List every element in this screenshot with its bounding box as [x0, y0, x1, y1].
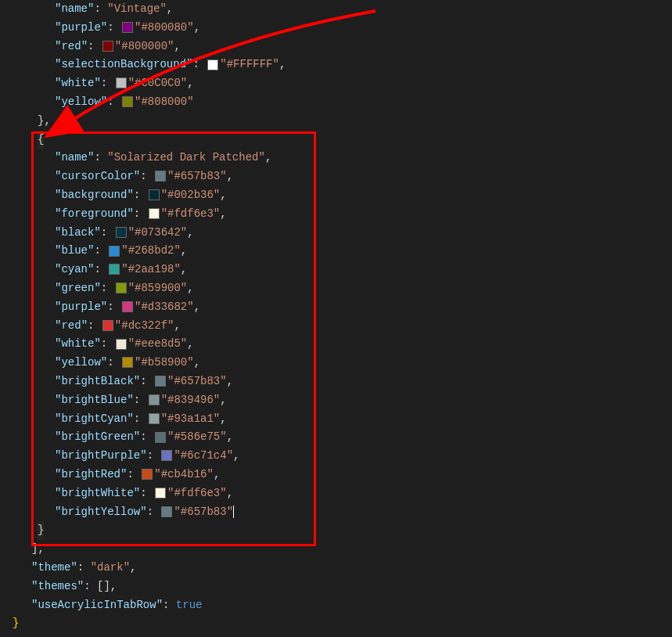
json-key: red — [61, 319, 81, 332]
json-key: brightPurple — [61, 449, 140, 462]
color-swatch-icon — [122, 22, 133, 33]
json-key: useAcrylicInTabRow — [38, 599, 156, 611]
json-value: #6c71c4 — [181, 449, 227, 462]
json-key: brightWhite — [61, 487, 133, 499]
color-swatch-icon — [155, 376, 166, 387]
color-swatch-icon — [155, 488, 166, 498]
json-key: black — [61, 226, 94, 239]
json-value: #fdf6e3 — [174, 487, 220, 499]
json-key: yellow — [61, 95, 100, 108]
json-value: #073642 — [135, 226, 181, 239]
code-line[interactable]: "purple": "#d33682", — [0, 298, 672, 317]
color-swatch-icon — [116, 227, 127, 238]
json-value: #657b83 — [174, 170, 220, 182]
json-value: #268bd2 — [128, 244, 174, 257]
json-value: #b58900 — [141, 356, 187, 369]
code-line[interactable]: "white": "#C0C0C0", — [0, 74, 672, 93]
json-key: white — [61, 77, 94, 89]
json-value: #808000 — [141, 95, 187, 108]
json-value: #657b83 — [181, 506, 227, 518]
code-line[interactable]: { — [0, 131, 672, 149]
json-key: purple — [61, 21, 100, 34]
json-value: true — [176, 599, 203, 611]
code-line[interactable]: "yellow": "#b58900", — [0, 354, 672, 372]
code-line[interactable]: "green": "#859900", — [0, 279, 672, 298]
json-key: theme — [38, 561, 70, 574]
color-swatch-icon — [109, 246, 120, 257]
json-value: #fdf6e3 — [167, 207, 214, 220]
code-line[interactable]: "brightPurple": "#6c71c4", — [0, 447, 672, 466]
json-value: #800080 — [141, 21, 187, 34]
color-swatch-icon — [122, 301, 133, 312]
code-line[interactable]: "brightYellow": "#657b83" — [0, 503, 672, 522]
code-line[interactable]: "red": "#800000", — [0, 38, 672, 56]
color-swatch-icon — [122, 357, 133, 368]
json-key: cyan — [61, 263, 88, 275]
json-key: brightRed — [61, 468, 120, 480]
code-editor[interactable]: "name": "Vintage", "purple": "#800080", … — [0, 0, 672, 633]
json-value: Vintage — [114, 2, 160, 15]
code-line[interactable]: "useAcrylicInTabRow": true — [0, 596, 672, 615]
json-value: #2aa198 — [128, 263, 174, 275]
code-line[interactable]: "selectionBackground": "#FFFFFF", — [0, 56, 672, 74]
json-key: selectionBackground — [61, 58, 186, 70]
json-value: #800000 — [121, 40, 167, 52]
code-line[interactable]: }, — [0, 112, 672, 131]
code-line[interactable]: "red": "#dc322f", — [0, 317, 672, 336]
code-line[interactable]: "black": "#073642", — [0, 224, 672, 243]
json-key: brightBlack — [61, 375, 133, 387]
json-value: #d33682 — [141, 301, 187, 313]
color-swatch-icon — [161, 506, 172, 517]
code-line[interactable]: "brightGreen": "#586e75", — [0, 428, 672, 447]
json-key: background — [61, 189, 127, 201]
code-line[interactable]: "brightRed": "#cb4b16", — [0, 466, 672, 484]
code-line[interactable]: } — [0, 521, 672, 540]
code-line[interactable]: "themes": [], — [0, 578, 672, 596]
code-line[interactable]: "white": "#eee8d5", — [0, 335, 672, 354]
code-line[interactable]: "name": "Vintage", — [0, 0, 672, 19]
color-swatch-icon — [116, 77, 127, 88]
code-line[interactable]: "brightBlue": "#839496", — [0, 391, 672, 410]
code-line[interactable]: "blue": "#268bd2", — [0, 242, 672, 261]
json-value: Solarized Dark Patched — [114, 151, 259, 164]
json-key: brightBlue — [61, 394, 127, 406]
code-line[interactable]: "yellow": "#808000" — [0, 93, 672, 112]
json-key: themes — [38, 580, 77, 592]
json-value: #859900 — [135, 282, 181, 294]
color-swatch-icon — [149, 394, 160, 405]
code-line[interactable]: "cyan": "#2aa198", — [0, 261, 672, 279]
code-line[interactable]: "brightBlack": "#657b83", — [0, 372, 672, 391]
code-line[interactable]: "purple": "#800080", — [0, 19, 672, 38]
color-swatch-icon — [155, 171, 166, 182]
json-key: name — [61, 2, 88, 15]
code-line[interactable]: ], — [0, 540, 672, 559]
json-key: red — [61, 40, 81, 52]
color-swatch-icon — [122, 96, 133, 107]
json-key: blue — [61, 244, 88, 257]
json-key: foreground — [61, 207, 127, 220]
color-swatch-icon — [161, 450, 172, 461]
json-key: name — [61, 151, 88, 164]
json-key: cursorColor — [61, 170, 133, 182]
code-line[interactable]: "name": "Solarized Dark Patched", — [0, 149, 672, 167]
json-value: #839496 — [167, 394, 214, 406]
json-value: #657b83 — [174, 375, 220, 387]
code-line[interactable]: "foreground": "#fdf6e3", — [0, 205, 672, 224]
json-key: purple — [61, 301, 100, 313]
color-swatch-icon — [149, 208, 160, 219]
json-value: #93a1a1 — [167, 412, 214, 425]
code-line[interactable]: "brightCyan": "#93a1a1", — [0, 410, 672, 429]
color-swatch-icon — [116, 283, 127, 293]
json-value: #C0C0C0 — [135, 77, 181, 89]
text-cursor-icon — [233, 506, 234, 518]
color-swatch-icon — [142, 469, 153, 480]
json-key: brightGreen — [61, 430, 133, 443]
code-line[interactable]: "cursorColor": "#657b83", — [0, 167, 672, 186]
code-line[interactable]: } — [0, 614, 672, 633]
code-line[interactable]: "brightWhite": "#fdf6e3", — [0, 484, 672, 503]
json-value: #586e75 — [174, 430, 220, 443]
json-value: #dc322f — [121, 319, 167, 332]
code-line[interactable]: "theme": "dark", — [0, 559, 672, 578]
code-line[interactable]: "background": "#002b36", — [0, 186, 672, 205]
color-swatch-icon — [149, 189, 160, 200]
